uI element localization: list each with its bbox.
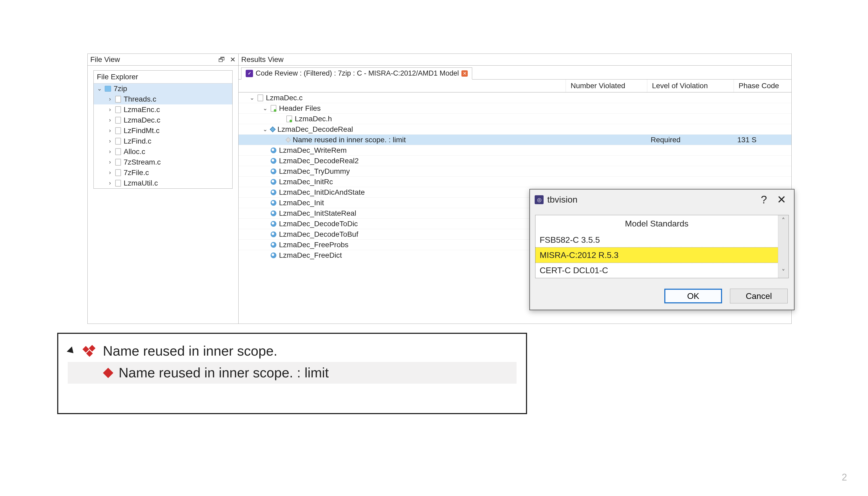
folder-icon (105, 86, 111, 92)
results-row-func[interactable]: LzmaDec_InitRc (238, 176, 791, 187)
tab-close-icon[interactable]: ✕ (462, 70, 468, 77)
detail-row-item[interactable]: Name reused in inner scope. : limit (68, 362, 516, 384)
function-icon (270, 126, 276, 132)
chevron-down-icon[interactable]: ⌄ (262, 103, 268, 114)
function-icon (270, 200, 276, 206)
results-func-label: LzmaDec_DecodeReal2 (279, 156, 359, 166)
chevron-right-icon[interactable]: › (107, 159, 113, 165)
file-icon (115, 106, 121, 113)
tab-code-review[interactable]: ✓ Code Review : (Filtered) : 7zip : C - … (241, 67, 472, 79)
results-func-label: LzmaDec_FreeDict (279, 250, 342, 261)
results-row-header-file[interactable]: LzmaDec.h (238, 113, 791, 124)
scroll-up-icon[interactable]: ˄ (782, 215, 785, 227)
results-func-label: LzmaDec_InitRc (279, 176, 333, 187)
file-explorer: File Explorer ⌄ 7zip › Threads.c › LzmaE… (93, 70, 233, 189)
file-icon (258, 94, 263, 101)
results-view-header: Results View (238, 54, 791, 66)
triangle-icon (67, 346, 76, 356)
tree-file[interactable]: › 7zFile.c (94, 167, 232, 178)
tree-file[interactable]: › LzmaUtil.c (94, 178, 232, 188)
listbox-item[interactable]: CERT-C DCL01-C (536, 263, 778, 278)
chevron-right-icon[interactable]: › (107, 128, 113, 133)
model-standards-listbox[interactable]: Model Standards FSB582-C 3.5.5 MISRA-C:2… (535, 215, 789, 278)
chevron-right-icon[interactable]: › (107, 118, 113, 123)
chevron-right-icon[interactable]: › (107, 149, 113, 154)
listbox-scrollbar[interactable]: ˄ ˅ (778, 215, 789, 278)
file-icon (115, 148, 121, 155)
header-file-icon (286, 115, 292, 122)
file-icon (115, 117, 121, 124)
results-func-label: LzmaDec_FreeProbs (279, 239, 348, 250)
listbox-item[interactable]: FSB582-C 3.5.5 (536, 232, 778, 247)
scroll-down-icon[interactable]: ˅ (782, 267, 785, 278)
detail-row-summary[interactable]: Name reused in inner scope. (68, 340, 516, 362)
tree-file-label: LzmaEnc.c (124, 106, 160, 114)
file-view-title: File View (90, 56, 218, 64)
chevron-right-icon[interactable]: › (107, 139, 113, 144)
tree-file-label: LzmaUtil.c (124, 179, 158, 187)
cancel-button[interactable]: Cancel (730, 289, 788, 304)
chevron-blank (278, 114, 284, 124)
function-icon (270, 252, 276, 258)
close-icon[interactable]: ✕ (774, 193, 789, 206)
results-view-title: Results View (241, 56, 789, 64)
results-row-func-selected[interactable]: ⌄ LzmaDec_DecodeReal (238, 124, 791, 134)
file-icon (115, 96, 121, 103)
dialog-body: Model Standards FSB582-C 3.5.5 MISRA-C:2… (530, 210, 794, 283)
undock-icon[interactable]: 🗗 (218, 56, 225, 64)
tree-root-7zip[interactable]: ⌄ 7zip (94, 83, 232, 94)
tree-file[interactable]: › Threads.c (94, 94, 232, 105)
chevron-blank (278, 135, 284, 145)
function-icon (270, 179, 276, 185)
ok-button[interactable]: OK (664, 289, 722, 304)
dialog-titlebar: ◎ tbvision ? ✕ (530, 189, 794, 210)
results-violation-text: Name reused in inner scope. : limit (293, 135, 406, 145)
chevron-right-icon[interactable]: › (107, 107, 113, 112)
page-number: 2 (842, 472, 847, 483)
function-icon (270, 211, 276, 216)
file-icon (115, 138, 121, 144)
chevron-right-icon[interactable]: › (107, 170, 113, 175)
chevron-right-icon[interactable]: › (107, 96, 113, 102)
results-row-file[interactable]: ⌄ LzmaDec.c (238, 92, 791, 103)
function-icon (270, 221, 276, 227)
results-func-label: LzmaDec_WriteRem (279, 145, 347, 156)
results-func-label: LzmaDec_InitDicAndState (279, 187, 365, 198)
chevron-down-icon[interactable]: ⌄ (249, 93, 255, 103)
file-explorer-title: File Explorer (94, 71, 232, 83)
chevron-down-icon[interactable]: ⌄ (97, 86, 102, 91)
col-phase-code[interactable]: Phase Code (734, 79, 791, 92)
tree-file-label: LzmaDec.c (124, 116, 160, 124)
results-column-headers: Number Violated Level of Violation Phase… (238, 79, 791, 92)
results-func-label: LzmaDec_DecodeToDic (279, 219, 358, 229)
col-level-of-violation[interactable]: Level of Violation (647, 79, 734, 92)
listbox-item-selected[interactable]: MISRA-C:2012 R.5.3 (536, 247, 778, 263)
results-row-func[interactable]: LzmaDec_WriteRem (238, 145, 791, 155)
results-row-header-section[interactable]: ⌄ Header Files (238, 103, 791, 113)
violation-cluster-icon (82, 346, 96, 356)
tree-file[interactable]: › 7zStream.c (94, 157, 232, 167)
violation-icon (103, 368, 113, 378)
col-number-violated[interactable]: Number Violated (565, 79, 647, 92)
detail-text-1: Name reused in inner scope. (103, 340, 277, 362)
results-row-func[interactable]: LzmaDec_TryDummy (238, 166, 791, 176)
tree-file[interactable]: › LzFind.c (94, 136, 232, 146)
results-func-label: LzmaDec_TryDummy (279, 166, 350, 176)
chevron-right-icon[interactable]: › (107, 181, 113, 186)
chevron-down-icon[interactable]: ⌄ (262, 124, 268, 135)
results-row-violation[interactable]: Name reused in inner scope. : limit Requ… (238, 134, 791, 145)
close-icon[interactable]: ✕ (230, 56, 236, 64)
tree-root-label: 7zip (114, 84, 127, 93)
violation-icon (285, 137, 291, 142)
tree-file[interactable]: › LzmaEnc.c (94, 105, 232, 115)
tree-file[interactable]: › LzmaDec.c (94, 115, 232, 125)
tree-file-label: 7zFile.c (124, 169, 149, 177)
tree-file[interactable]: › LzFindMt.c (94, 125, 232, 136)
tree-file-label: LzFindMt.c (124, 126, 159, 135)
results-func-label: LzmaDec_Init (279, 198, 324, 208)
results-header-section-label: Header Files (279, 103, 321, 114)
function-icon (270, 169, 276, 174)
help-icon[interactable]: ? (758, 193, 770, 206)
tree-file[interactable]: › Alloc.c (94, 146, 232, 157)
results-row-func[interactable]: LzmaDec_DecodeReal2 (238, 155, 791, 166)
